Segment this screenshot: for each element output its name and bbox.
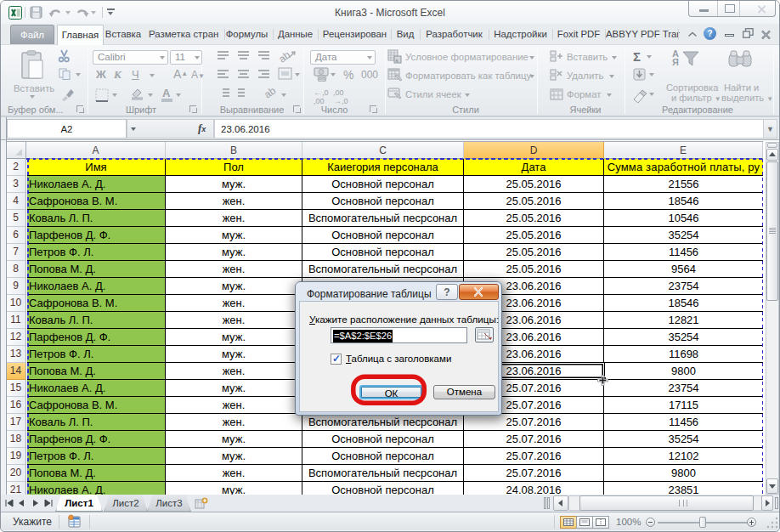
svg-text:s: s xyxy=(396,58,398,63)
